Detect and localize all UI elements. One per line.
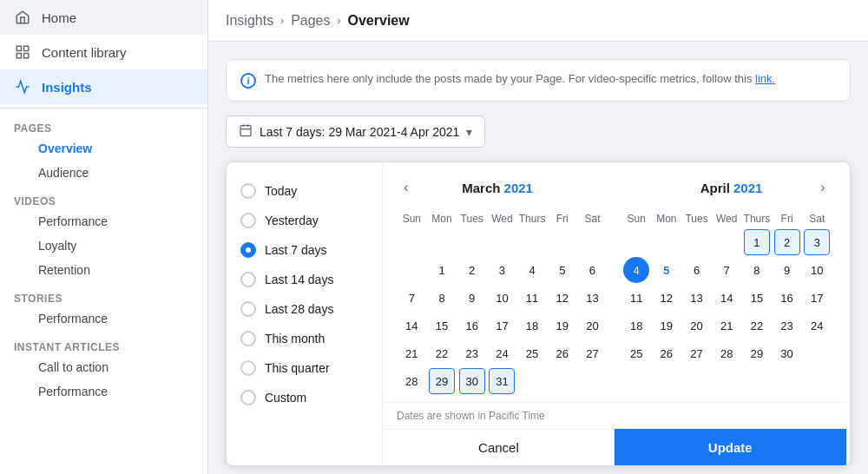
cal-day[interactable]: 10 [804, 257, 830, 283]
cal-day[interactable]: 3 [489, 257, 515, 283]
cal-day[interactable]: 4 [519, 257, 545, 283]
sidebar-item-home[interactable]: Home [0, 0, 207, 35]
sidebar-divider [0, 108, 207, 109]
timezone-note: Dates are shown in Pacific Time [383, 403, 846, 429]
info-link[interactable]: link. [755, 72, 775, 85]
date-option-thisquarter[interactable]: This quarter [227, 353, 382, 383]
breadcrumb-insights[interactable]: Insights [226, 13, 273, 29]
cal-day[interactable]: 23 [459, 340, 485, 366]
date-option-today[interactable]: Today [227, 176, 382, 206]
cal-day[interactable]: 16 [774, 285, 800, 311]
cal-day[interactable]: 10 [489, 285, 515, 311]
sidebar-subitem-retention[interactable]: Retention [0, 258, 207, 282]
sidebar-subitem-loyalty[interactable]: Loyalty [0, 234, 207, 258]
cal-day[interactable]: 26 [549, 340, 575, 366]
date-option-last28[interactable]: Last 28 days [227, 294, 382, 324]
cal-day[interactable]: 1 [744, 229, 770, 255]
cal-day[interactable]: 18 [519, 313, 545, 339]
cal-day[interactable]: 20 [684, 313, 710, 339]
radio-thisquarter [240, 360, 256, 376]
cal-day[interactable]: 3 [804, 229, 830, 255]
date-option-custom[interactable]: Custom [227, 383, 382, 412]
cal-day[interactable]: 25 [623, 340, 649, 366]
date-option-last7[interactable]: Last 7 days [227, 235, 382, 265]
cal-day[interactable]: 27 [579, 340, 605, 366]
march-year: 2021 [504, 181, 533, 195]
cal-day[interactable]: 6 [684, 257, 710, 283]
cal-day[interactable]: 5 [654, 257, 680, 283]
cal-day[interactable]: 4 [623, 257, 649, 283]
cal-day[interactable]: 12 [549, 285, 575, 311]
april-next-button[interactable]: › [813, 176, 832, 199]
sidebar-subitem-stories-performance[interactable]: Performance [0, 306, 207, 331]
option-label-last14: Last 14 days [265, 273, 333, 286]
sidebar-subitem-audience[interactable]: Audience [0, 161, 207, 185]
cal-day[interactable]: 18 [623, 313, 649, 339]
day-header: Wed [487, 209, 517, 228]
cal-day[interactable]: 13 [579, 285, 605, 311]
cal-day[interactable]: 7 [398, 285, 424, 311]
cal-day[interactable]: 17 [804, 285, 830, 311]
cal-day[interactable]: 29 [744, 340, 770, 366]
cal-day [398, 257, 424, 283]
cal-day[interactable]: 24 [804, 313, 830, 339]
cal-day[interactable]: 1 [429, 257, 455, 283]
cal-day[interactable]: 21 [713, 313, 740, 339]
cal-day[interactable]: 9 [459, 285, 485, 311]
cal-day[interactable]: 28 [713, 340, 740, 366]
cal-day[interactable]: 23 [774, 313, 800, 339]
cal-day[interactable]: 6 [579, 257, 605, 283]
cal-day[interactable]: 28 [398, 368, 424, 394]
cal-day[interactable]: 27 [684, 340, 710, 366]
cal-day[interactable]: 30 [459, 368, 485, 394]
sidebar-subitem-overview[interactable]: Overview [0, 136, 207, 161]
cal-day[interactable]: 11 [519, 285, 545, 311]
sidebar-item-content-library[interactable]: Content library [0, 35, 207, 69]
cal-day [654, 229, 680, 255]
sidebar-subitem-performance[interactable]: Performance [0, 209, 207, 234]
cal-day[interactable]: 14 [398, 313, 424, 339]
cal-day[interactable]: 7 [713, 257, 740, 283]
cal-day[interactable]: 22 [744, 313, 770, 339]
cal-day[interactable]: 13 [684, 285, 710, 311]
cal-day[interactable]: 25 [519, 340, 545, 366]
cal-day[interactable]: 2 [459, 257, 485, 283]
update-button[interactable]: Update [615, 429, 846, 465]
cal-day[interactable]: 15 [429, 313, 455, 339]
cal-day[interactable]: 26 [654, 340, 680, 366]
cal-day[interactable]: 22 [429, 340, 455, 366]
sidebar-subitem-call-to-action[interactable]: Call to action [0, 355, 207, 379]
date-option-last14[interactable]: Last 14 days [227, 265, 382, 294]
cal-day [519, 368, 545, 394]
date-option-thismonth[interactable]: This month [227, 324, 382, 353]
cal-day[interactable]: 31 [489, 368, 515, 394]
cal-day[interactable]: 2 [774, 229, 800, 255]
cal-day[interactable]: 8 [429, 285, 455, 311]
sidebar-subitem-ia-performance[interactable]: Performance [0, 379, 207, 404]
cal-day[interactable]: 19 [654, 313, 680, 339]
cal-day[interactable]: 15 [744, 285, 770, 311]
breadcrumb-pages[interactable]: Pages [291, 13, 330, 29]
cal-day[interactable]: 20 [579, 313, 605, 339]
option-label-thismonth: This month [265, 332, 325, 346]
cal-day[interactable]: 19 [549, 313, 575, 339]
cal-day[interactable]: 21 [398, 340, 424, 366]
cal-day[interactable]: 14 [713, 285, 740, 311]
date-option-yesterday[interactable]: Yesterday [227, 206, 382, 235]
cal-day[interactable]: 17 [489, 313, 515, 339]
sidebar-item-insights[interactable]: Insights [0, 69, 207, 104]
cal-day[interactable]: 8 [744, 257, 770, 283]
date-range-button[interactable]: Last 7 days: 29 Mar 2021-4 Apr 2021 ▾ [226, 115, 485, 148]
cal-day[interactable]: 5 [549, 257, 575, 283]
svg-rect-2 [16, 54, 21, 58]
cal-day[interactable]: 24 [489, 340, 515, 366]
march-prev-button[interactable]: ‹ [397, 176, 415, 199]
cal-day[interactable]: 29 [429, 368, 455, 394]
cal-day[interactable]: 9 [774, 257, 800, 283]
cal-day[interactable]: 11 [623, 285, 649, 311]
cal-day[interactable]: 16 [459, 313, 485, 339]
cancel-button[interactable]: Cancel [383, 429, 615, 465]
cal-day[interactable]: 30 [774, 340, 800, 366]
cal-day [579, 229, 605, 255]
cal-day[interactable]: 12 [654, 285, 680, 311]
